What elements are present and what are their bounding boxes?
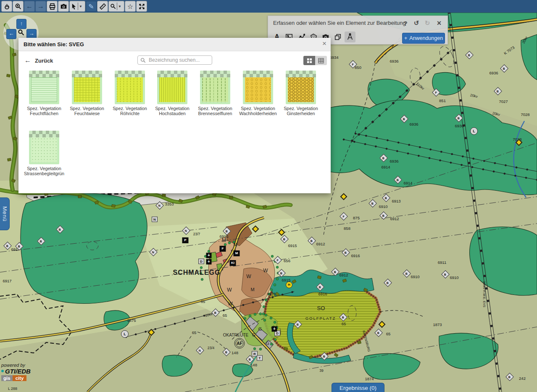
gis-city-badge: gis city xyxy=(1,375,31,381)
pan-hand-button[interactable] xyxy=(1,1,12,12)
pan-left-button[interactable]: ← xyxy=(6,29,16,39)
undo-button[interactable]: ↺ xyxy=(411,18,421,28)
dialog-title: Bitte wählen Sie: SVEG xyxy=(24,41,84,47)
menu-tab[interactable]: Menü xyxy=(0,197,10,230)
redo-button[interactable]: ↻ xyxy=(422,18,432,28)
zoom-magnifier-icon[interactable] xyxy=(17,29,25,37)
plus-icon: + xyxy=(404,35,407,41)
search-icon xyxy=(140,58,146,63)
screenshot-camera-button[interactable] xyxy=(58,1,69,12)
dialog-close-button[interactable]: × xyxy=(322,39,326,48)
vegetation-tile[interactable]: Spez. VegetationHochstauden xyxy=(149,71,195,116)
search-box xyxy=(137,55,212,65)
logo-dot-icon xyxy=(1,370,4,372)
select-tool-button[interactable]: ▼ xyxy=(69,1,85,12)
draw-pencil-button[interactable]: ✎ xyxy=(86,1,97,12)
table-view-toggle[interactable] xyxy=(315,56,327,65)
history-forward-button[interactable]: → xyxy=(35,1,46,12)
vegetation-tile[interactable]: Spez. VegetationWachholderheiden xyxy=(235,71,281,116)
branding-logo: powered by GTI/EDB gis city xyxy=(1,363,31,381)
copy-tool-icon[interactable] xyxy=(332,32,343,42)
fullscreen-button[interactable] xyxy=(136,1,147,12)
back-button[interactable]: ← Zurück xyxy=(24,57,53,64)
vegetation-tile[interactable]: Spez. VegetationStrassenbegleitgrün xyxy=(21,131,67,176)
favorites-star-button[interactable]: ☆ xyxy=(125,1,136,12)
search-input[interactable] xyxy=(148,57,209,63)
vegetation-tile[interactable]: Spez. VegetationFeuchtwiese xyxy=(64,71,110,116)
vegetation-tile[interactable]: Spez. VegetationRöhrichte xyxy=(107,71,153,116)
help-button[interactable]: ? xyxy=(400,18,411,28)
back-arrow-icon: ← xyxy=(24,57,31,64)
panel-close-button[interactable]: × xyxy=(434,18,444,28)
gti-edb-logo: GTI/EDB xyxy=(1,368,31,375)
print-button[interactable] xyxy=(47,1,58,12)
vegetation-tile[interactable]: Spez. VegetationBrennesselfluren xyxy=(192,71,238,116)
vegetation-tile[interactable]: Spez. VegetationFeuchtflächen xyxy=(21,71,67,116)
selection-dialog: Bitte wählen Sie: SVEG × ← Zurück Spez. … xyxy=(18,38,331,193)
select-tool-dropdown[interactable]: ▼ xyxy=(78,3,82,10)
vegetation-tile[interactable]: Spez. VegetationGinsterheiden xyxy=(278,71,324,116)
edit-panel-title: Erfassen oder wählen Sie ein Element zur… xyxy=(273,20,406,26)
construct-tool-icon[interactable] xyxy=(345,32,355,42)
applications-button[interactable]: + Anwendungen xyxy=(402,33,445,44)
zoom-in-button[interactable] xyxy=(13,1,24,12)
search-tool-dropdown[interactable]: ▼ xyxy=(117,3,121,10)
dialog-header: Bitte wählen Sie: SVEG × xyxy=(18,38,331,51)
main-toolbar: ← → ▼ ✎ ▼ ☆ xyxy=(0,0,537,13)
search-tool-button[interactable]: ▼ xyxy=(108,1,124,12)
history-back-button[interactable]: ← xyxy=(24,1,35,12)
grid-view-toggle[interactable] xyxy=(303,56,315,65)
pan-up-button[interactable]: ↑ xyxy=(16,19,26,29)
gis-app: 6934850693669367027702869367028693669366… xyxy=(0,0,537,392)
powered-by-text: powered by xyxy=(1,363,31,368)
results-button[interactable]: Ergebnisse (0) xyxy=(332,383,384,392)
measure-ruler-button[interactable] xyxy=(97,1,108,12)
